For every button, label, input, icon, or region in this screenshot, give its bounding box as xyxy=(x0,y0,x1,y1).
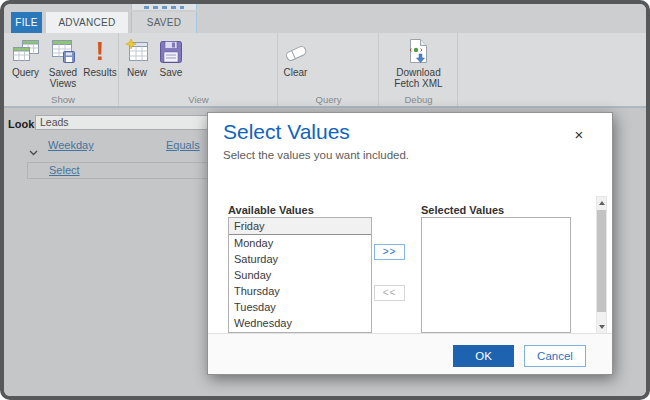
list-item[interactable]: Monday xyxy=(229,235,371,251)
saved-views-button-label: Saved Views xyxy=(43,67,83,89)
query-button[interactable]: Query xyxy=(8,33,43,78)
group-label-show: Show xyxy=(8,94,118,105)
available-values-listbox[interactable]: Friday Monday Saturday Sunday Thursday T… xyxy=(228,217,372,333)
save-button-label: Save xyxy=(160,67,183,78)
results-icon: ! xyxy=(96,37,104,66)
dialog-subtitle: Select the values you want included. xyxy=(223,149,409,161)
clear-eraser-icon xyxy=(283,37,309,66)
selected-values-label: Selected Values xyxy=(421,204,504,216)
new-icon xyxy=(124,37,150,66)
results-button-label: Results xyxy=(83,67,116,78)
group-label-view: View xyxy=(120,94,277,105)
scroll-up-arrow[interactable] xyxy=(597,197,606,209)
download-fetch-xml-icon xyxy=(406,37,431,66)
ribbon-group-debug: Download Fetch XML Debug xyxy=(380,33,458,106)
contextual-tab-label-clipped xyxy=(144,6,184,9)
dialog-footer: OK Cancel xyxy=(208,333,612,374)
condition-operator-link[interactable]: Equals xyxy=(166,139,200,151)
results-button[interactable]: ! Results xyxy=(83,33,117,78)
tab-advanced-find[interactable]: ADVANCED FIND xyxy=(46,12,128,33)
ribbon: Query Saved Views xyxy=(4,33,646,107)
list-item[interactable]: Wednesday xyxy=(229,315,371,331)
ribbon-group-show: Query Saved Views xyxy=(8,33,119,106)
move-right-button[interactable]: >> xyxy=(374,244,405,260)
save-icon xyxy=(159,37,183,66)
new-button-label: New xyxy=(127,67,147,78)
list-item[interactable]: Friday xyxy=(229,218,371,235)
select-values-dialog: Select Values Select the values you want… xyxy=(207,112,613,375)
tab-file[interactable]: FILE xyxy=(11,12,42,33)
group-label-debug: Debug xyxy=(380,94,457,105)
cancel-button[interactable]: Cancel xyxy=(524,345,586,367)
saved-views-button[interactable]: Saved Views xyxy=(43,33,83,89)
contextual-tab-strip xyxy=(131,4,197,10)
saved-views-icon xyxy=(50,37,77,66)
clear-button[interactable]: Clear xyxy=(279,33,312,78)
close-icon[interactable]: × xyxy=(570,126,588,144)
query-icon xyxy=(12,37,40,66)
dialog-scrollbar[interactable] xyxy=(596,196,607,334)
clear-button-label: Clear xyxy=(284,67,308,78)
condition-select-link[interactable]: Select xyxy=(49,164,80,176)
condition-field-link[interactable]: Weekday xyxy=(48,139,94,151)
group-label-query: Query xyxy=(279,94,378,105)
selected-values-listbox[interactable] xyxy=(421,217,571,333)
app-window: FILE ADVANCED FIND SAVED VIEWS xyxy=(0,0,650,400)
download-fetch-xml-button[interactable]: Download Fetch XML xyxy=(383,33,455,89)
download-fetch-xml-label: Download Fetch XML xyxy=(383,67,455,89)
scroll-thumb[interactable] xyxy=(597,210,606,312)
ribbon-tab-row: FILE ADVANCED FIND SAVED VIEWS xyxy=(4,4,646,33)
ribbon-group-view: New Save xyxy=(120,33,278,106)
tab-saved-views[interactable]: SAVED VIEWS xyxy=(131,12,197,33)
ribbon-group-query: Clear Group AND xyxy=(279,33,379,106)
scroll-down-arrow[interactable] xyxy=(597,321,606,333)
list-item[interactable]: Sunday xyxy=(229,267,371,283)
list-item[interactable]: Saturday xyxy=(229,251,371,267)
move-left-button[interactable]: << xyxy=(374,285,405,301)
list-item[interactable]: Tuesday xyxy=(229,299,371,315)
ok-button[interactable]: OK xyxy=(453,345,514,367)
dialog-title: Select Values xyxy=(223,120,350,144)
save-button[interactable]: Save xyxy=(154,33,188,78)
list-item[interactable]: Thursday xyxy=(229,283,371,299)
new-button[interactable]: New xyxy=(120,33,154,78)
chevron-down-icon[interactable] xyxy=(29,142,38,160)
available-values-label: Available Values xyxy=(228,204,314,216)
query-button-label: Query xyxy=(12,67,39,78)
